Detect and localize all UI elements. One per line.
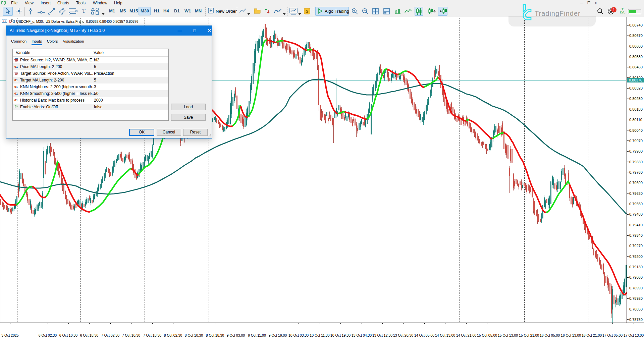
svg-text:$: $ [306,9,309,14]
